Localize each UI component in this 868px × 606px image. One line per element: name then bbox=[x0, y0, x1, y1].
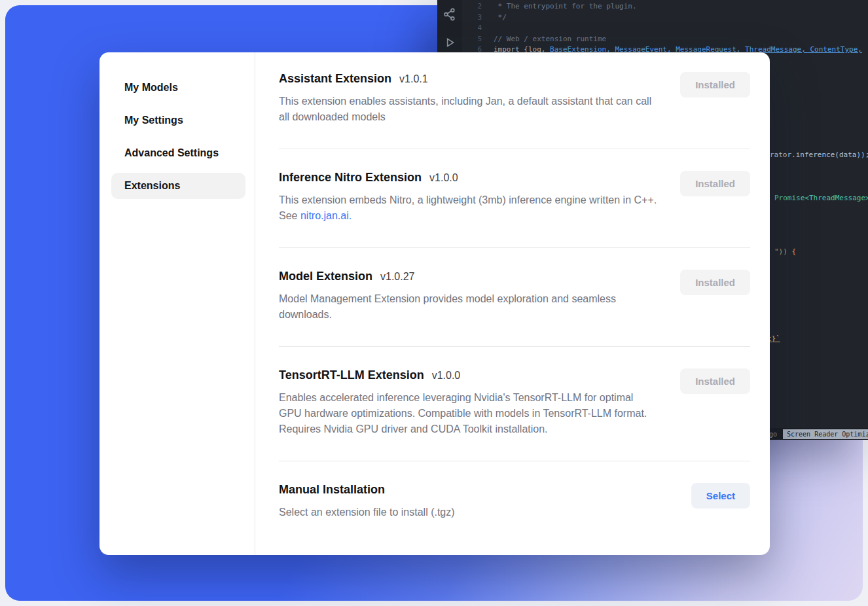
extension-info: Model Extension v1.0.27 Model Management… bbox=[279, 270, 659, 323]
code-line: 5 // Web / extension runtime bbox=[462, 34, 868, 45]
select-file-button[interactable]: Select bbox=[691, 483, 750, 508]
manual-installation-info: Manual Installation Select an extension … bbox=[279, 483, 455, 520]
extension-title-row: Assistant Extension v1.0.1 bbox=[279, 72, 659, 86]
manual-installation-row: Manual Installation Select an extension … bbox=[279, 461, 750, 520]
installed-button[interactable]: Installed bbox=[680, 270, 750, 295]
manual-installation-title: Manual Installation bbox=[279, 483, 385, 497]
code-text: * The entrypoint for the plugin. bbox=[494, 1, 637, 12]
code-fragment: rator.inference(data)); bbox=[770, 151, 868, 159]
source-control-icon bbox=[443, 8, 456, 21]
line-number: 5 bbox=[462, 34, 482, 45]
extension-description: This extension embeds Nitro, a lightweig… bbox=[279, 192, 659, 224]
run-debug-icon bbox=[444, 37, 456, 48]
manual-installation-title-row: Manual Installation bbox=[279, 483, 455, 497]
sidebar-item-advanced-settings[interactable]: Advanced Settings bbox=[111, 140, 245, 166]
sidebar-item-extensions[interactable]: Extensions bbox=[111, 173, 245, 199]
extension-row-tensorrt: TensortRT-LLM Extension v1.0.0 Enables a… bbox=[279, 347, 750, 461]
extension-version: v1.0.27 bbox=[380, 271, 414, 283]
extension-version: v1.0.1 bbox=[399, 73, 428, 85]
code-fragment: Promise<ThreadMessage> bbox=[774, 194, 868, 202]
extensions-list: Assistant Extension v1.0.1 This extensio… bbox=[255, 52, 770, 555]
extension-title-row: Inference Nitro Extension v1.0.0 bbox=[279, 171, 659, 185]
extension-row-nitro: Inference Nitro Extension v1.0.0 This ex… bbox=[279, 149, 750, 248]
sidebar-item-my-models[interactable]: My Models bbox=[111, 75, 245, 101]
extension-title: Assistant Extension bbox=[279, 72, 391, 86]
nitro-link[interactable]: nitro.jan.ai. bbox=[300, 210, 352, 221]
screen-reader-status-badge: Screen Reader Optimized bbox=[783, 429, 868, 439]
extension-info: Inference Nitro Extension v1.0.0 This ex… bbox=[279, 171, 659, 224]
extension-version: v1.0.0 bbox=[429, 172, 458, 184]
extension-version: v1.0.0 bbox=[432, 370, 461, 382]
extension-info: Assistant Extension v1.0.1 This extensio… bbox=[279, 72, 659, 125]
extension-title: Model Extension bbox=[279, 270, 372, 283]
code-line: 2 * The entrypoint for the plugin. bbox=[462, 1, 868, 12]
extension-description: Enables accelerated inference leveraging… bbox=[279, 390, 659, 437]
code-line: 3 */ bbox=[462, 12, 868, 24]
extension-title: TensortRT-LLM Extension bbox=[279, 368, 424, 382]
manual-installation-description: Select an extension file to install (.tg… bbox=[279, 505, 455, 520]
line-number: 3 bbox=[462, 12, 482, 24]
extension-title: Inference Nitro Extension bbox=[279, 171, 422, 185]
extension-description: Model Management Extension provides mode… bbox=[279, 291, 659, 323]
extension-description: This extension enables assistants, inclu… bbox=[279, 94, 659, 125]
installed-button[interactable]: Installed bbox=[680, 171, 750, 196]
extension-title-row: TensortRT-LLM Extension v1.0.0 bbox=[279, 368, 659, 382]
settings-modal: My Models My Settings Advanced Settings … bbox=[99, 52, 770, 555]
code-fragment: ")) { bbox=[774, 247, 796, 256]
line-number: 2 bbox=[462, 1, 482, 12]
extension-title-row: Model Extension v1.0.27 bbox=[279, 270, 659, 283]
status-text: go bbox=[769, 431, 777, 438]
code-text: */ bbox=[494, 12, 507, 24]
extension-row-assistant: Assistant Extension v1.0.1 This extensio… bbox=[279, 52, 750, 149]
extension-info: TensortRT-LLM Extension v1.0.0 Enables a… bbox=[279, 368, 659, 437]
code-text: // Web / extension runtime bbox=[494, 34, 606, 45]
installed-button[interactable]: Installed bbox=[680, 72, 750, 98]
editor-code-area: 2 * The entrypoint for the plugin. 3 */ … bbox=[462, 1, 868, 56]
settings-sidebar: My Models My Settings Advanced Settings … bbox=[99, 52, 255, 555]
code-line: 4 bbox=[462, 23, 868, 34]
line-number: 4 bbox=[462, 23, 482, 34]
extension-row-model: Model Extension v1.0.27 Model Management… bbox=[279, 248, 750, 347]
installed-button[interactable]: Installed bbox=[680, 368, 750, 394]
sidebar-item-my-settings[interactable]: My Settings bbox=[111, 107, 245, 134]
